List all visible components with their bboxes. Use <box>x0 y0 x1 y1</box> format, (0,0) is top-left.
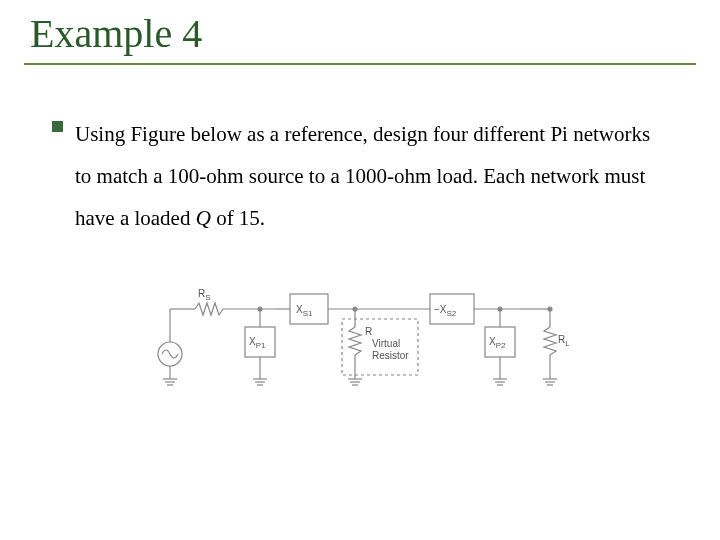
label-xp1-sub: P1 <box>256 341 266 350</box>
label-rl: R <box>558 334 565 345</box>
slide: Example 4 Using Figure below as a refere… <box>0 10 720 540</box>
bullet-item: Using Figure below as a reference, desig… <box>52 113 668 239</box>
label-xp2-sub: P2 <box>496 341 506 350</box>
slide-title: Example 4 <box>24 10 696 57</box>
label-virtual: Virtual <box>372 338 400 349</box>
circuit-diagram: RS XP1 XS1 R <box>140 269 580 409</box>
label-r: R <box>365 326 372 337</box>
title-rule: Example 4 <box>24 10 696 65</box>
label-xs1-sub: S1 <box>303 309 313 318</box>
label-rl-sub: L <box>565 339 570 348</box>
label-xs2: −X <box>434 304 447 315</box>
bullet-square-icon <box>52 121 63 132</box>
svg-text:RL: RL <box>558 334 570 348</box>
svg-text:RS: RS <box>198 288 211 302</box>
label-xs2-sub: S2 <box>447 309 457 318</box>
label-rs-sub: S <box>205 293 210 302</box>
bullet-text: Using Figure below as a reference, desig… <box>75 113 668 239</box>
var-q: Q <box>196 206 211 230</box>
label-resistor: Resistor <box>372 350 409 361</box>
label-rs: R <box>198 288 205 299</box>
slide-body: Using Figure below as a reference, desig… <box>0 65 720 409</box>
